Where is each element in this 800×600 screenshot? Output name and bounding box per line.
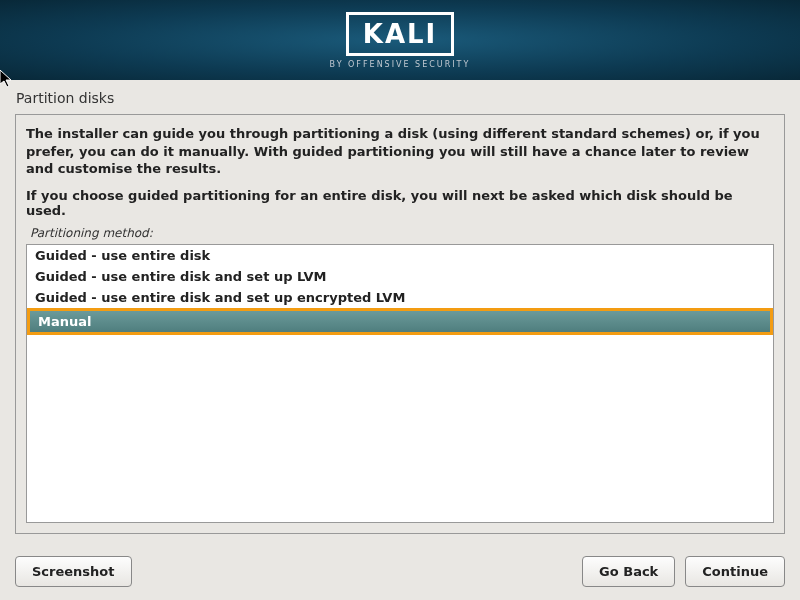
kali-logo: KALI BY OFFENSIVE SECURITY [330, 12, 471, 69]
footer-right-group: Go Back Continue [582, 556, 785, 587]
screenshot-button[interactable]: Screenshot [15, 556, 132, 587]
option-guided-lvm[interactable]: Guided - use entire disk and set up LVM [27, 266, 773, 287]
option-manual[interactable]: Manual [27, 308, 773, 335]
partitioning-method-listbox[interactable]: Guided - use entire disk Guided - use en… [26, 244, 774, 523]
option-guided-entire-disk[interactable]: Guided - use entire disk [27, 245, 773, 266]
instructions-text: The installer can guide you through part… [26, 125, 774, 178]
go-back-button[interactable]: Go Back [582, 556, 675, 587]
logo-subtitle: BY OFFENSIVE SECURITY [330, 60, 471, 69]
page-title: Partition disks [0, 80, 800, 114]
footer-bar: Screenshot Go Back Continue [0, 542, 800, 600]
option-manual-label: Manual [30, 311, 770, 332]
instructions-text-2: If you choose guided partitioning for an… [26, 188, 774, 218]
content-panel: The installer can guide you through part… [15, 114, 785, 534]
continue-button[interactable]: Continue [685, 556, 785, 587]
partitioning-method-label: Partitioning method: [26, 226, 774, 240]
option-guided-encrypted-lvm[interactable]: Guided - use entire disk and set up encr… [27, 287, 773, 308]
installer-header: KALI BY OFFENSIVE SECURITY [0, 0, 800, 80]
logo-text: KALI [346, 12, 455, 56]
